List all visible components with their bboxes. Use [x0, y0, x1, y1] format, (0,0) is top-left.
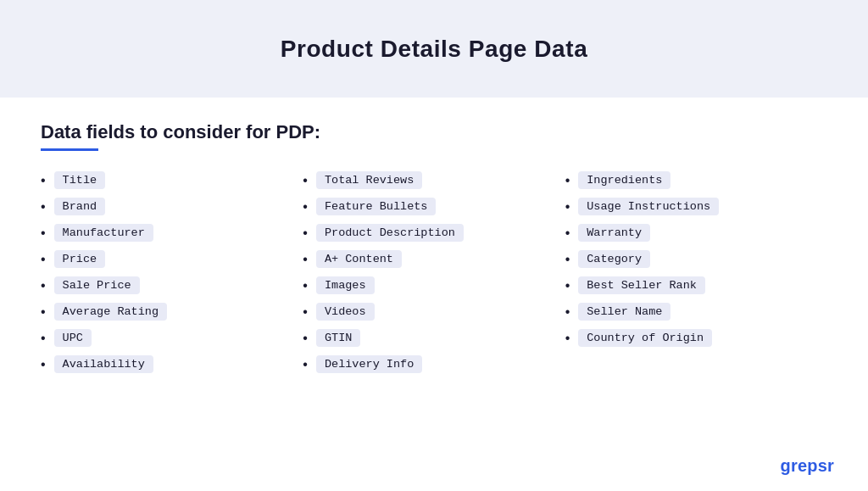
list-item: •Availability: [41, 355, 303, 373]
list-item: •Sale Price: [41, 276, 303, 294]
bullet-icon: •: [565, 278, 570, 293]
bullet-icon: •: [565, 331, 570, 346]
bullet-icon: •: [565, 252, 570, 267]
list-item: •Videos: [303, 303, 565, 321]
bullet-icon: •: [565, 173, 570, 188]
bullet-icon: •: [303, 226, 308, 241]
bullet-icon: •: [41, 199, 46, 215]
columns-wrapper: •Title•Brand•Manufacturer•Price•Sale Pri…: [41, 171, 827, 373]
logo-area: grepsr: [781, 456, 834, 476]
bullet-icon: •: [303, 252, 308, 267]
tag-label: Images: [316, 276, 375, 294]
tag-label: Warranty: [578, 224, 650, 242]
column-col3: •Ingredients•Usage Instructions•Warranty…: [565, 171, 827, 373]
bullet-icon: •: [303, 199, 308, 215]
page-title: Product Details Page Data: [281, 36, 588, 63]
column-col1: •Title•Brand•Manufacturer•Price•Sale Pri…: [41, 171, 303, 373]
bullet-icon: •: [303, 173, 308, 188]
tag-label: Category: [578, 250, 650, 268]
bullet-icon: •: [303, 357, 308, 372]
tag-label: A+ Content: [316, 250, 402, 268]
list-item: •Warranty: [565, 224, 827, 242]
bullet-icon: •: [565, 304, 570, 320]
tag-label: Sale Price: [54, 276, 140, 294]
tag-label: Feature Bullets: [316, 198, 437, 215]
bullet-icon: •: [565, 199, 570, 215]
bullet-icon: •: [41, 252, 46, 267]
list-item: •Images: [303, 276, 565, 294]
list-item: •Feature Bullets: [303, 198, 565, 215]
bullet-icon: •: [303, 278, 308, 293]
list-item: •GTIN: [303, 329, 565, 347]
list-item: •Total Reviews: [303, 171, 565, 189]
tag-label: Title: [54, 171, 106, 189]
list-item: •Average Rating: [41, 303, 303, 321]
column-col2: •Total Reviews•Feature Bullets•Product D…: [303, 171, 565, 373]
tag-label: Availability: [54, 355, 153, 373]
bullet-icon: •: [41, 226, 46, 241]
list-item: •Seller Name: [565, 303, 827, 321]
list-item: •Category: [565, 250, 827, 268]
list-item: •Price: [41, 250, 303, 268]
tag-label: Videos: [316, 303, 375, 321]
tag-label: Manufacturer: [54, 224, 153, 242]
tag-label: Best Seller Rank: [578, 276, 705, 294]
tag-label: Price: [54, 250, 106, 268]
tag-label: Product Description: [316, 224, 464, 242]
tag-label: Usage Instructions: [578, 198, 719, 215]
main-content: Data fields to consider for PDP: •Title•…: [0, 98, 868, 390]
bullet-icon: •: [41, 278, 46, 293]
list-item: •Country of Origin: [565, 329, 827, 347]
list-item: •UPC: [41, 329, 303, 347]
bullet-icon: •: [41, 173, 46, 188]
list-item: •Usage Instructions: [565, 198, 827, 215]
bullet-icon: •: [41, 357, 46, 372]
tag-label: Total Reviews: [316, 171, 422, 189]
tag-label: Brand: [54, 198, 106, 215]
bullet-icon: •: [41, 331, 46, 346]
bullet-icon: •: [303, 331, 308, 346]
tag-label: Seller Name: [578, 303, 670, 321]
tag-label: Ingredients: [578, 171, 670, 189]
list-item: •Manufacturer: [41, 224, 303, 242]
tag-label: Delivery Info: [316, 355, 422, 373]
list-item: •Ingredients: [565, 171, 827, 189]
header-banner: Product Details Page Data: [0, 0, 868, 98]
tag-label: Country of Origin: [578, 329, 712, 347]
logo-text: grepsr: [781, 456, 834, 476]
tag-label: UPC: [54, 329, 92, 347]
tag-label: Average Rating: [54, 303, 167, 321]
tag-label: GTIN: [316, 329, 360, 347]
list-item: •Brand: [41, 198, 303, 215]
list-item: •Best Seller Rank: [565, 276, 827, 294]
list-item: •A+ Content: [303, 250, 565, 268]
bullet-icon: •: [565, 226, 570, 241]
list-item: •Product Description: [303, 224, 565, 242]
bullet-icon: •: [303, 304, 308, 320]
list-item: •Delivery Info: [303, 355, 565, 373]
section-heading: Data fields to consider for PDP:: [41, 121, 827, 143]
list-item: •Title: [41, 171, 303, 189]
bullet-icon: •: [41, 304, 46, 320]
heading-underline: [41, 148, 98, 151]
